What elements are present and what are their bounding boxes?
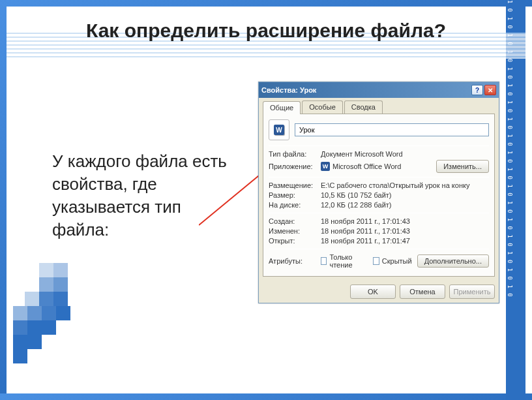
frame-pattern-right: 1 0 1 0 1 0 1 0 1 0 1 0 1 0 1 0 1 0 1 0 …	[506, 0, 525, 400]
dialog-title: Свойства: Урок	[261, 86, 316, 94]
change-app-button[interactable]: Изменить...	[436, 160, 489, 173]
value-app: Microsoft Office Word	[332, 162, 401, 170]
label-opened: Открыт:	[269, 237, 321, 245]
tab-strip: Общие Особые Сводка	[259, 98, 499, 114]
slide-title: Как определить расширение файла?	[0, 20, 532, 42]
apply-button[interactable]: Применить	[449, 285, 495, 299]
slide-body-text: У каждого файла есть свойства, где указы…	[52, 150, 241, 241]
value-modified: 18 ноября 2011 г., 17:01:43	[321, 227, 489, 235]
value-filetype: Документ Microsoft Word	[321, 150, 489, 158]
dialog-titlebar[interactable]: Свойства: Урок ? ✕	[259, 82, 499, 98]
dialog-button-row: OK Отмена Применить	[259, 281, 499, 303]
label-created: Создан:	[269, 217, 321, 225]
close-button[interactable]: ✕	[484, 85, 496, 95]
hidden-checkbox[interactable]	[373, 257, 379, 265]
readonly-label: Только чтение	[329, 253, 364, 269]
value-opened: 18 ноября 2011 г., 17:01:47	[321, 237, 489, 245]
label-location: Размещение:	[269, 181, 321, 189]
corner-squares-decoration	[13, 230, 111, 374]
hidden-label: Скрытый	[382, 257, 412, 265]
word-app-icon: W	[321, 162, 330, 171]
label-attributes: Атрибуты:	[269, 257, 321, 265]
label-filetype: Тип файла:	[269, 150, 321, 158]
properties-dialog: Свойства: Урок ? ✕ Общие Особые Сводка W…	[258, 82, 499, 303]
value-location: E:\С рабочего стола\Открытый урок на кон…	[321, 181, 489, 189]
value-size: 10,5 КБ (10 752 байт)	[321, 191, 489, 199]
frame-border-left	[0, 0, 7, 400]
tab-body-general: W Тип файла: Документ Microsoft Word При…	[263, 114, 495, 277]
label-app: Приложение:	[269, 162, 321, 170]
tab-summary[interactable]: Сводка	[344, 100, 383, 114]
label-modified: Изменен:	[269, 227, 321, 235]
tab-general[interactable]: Общие	[263, 101, 301, 114]
frame-border-bottom	[0, 393, 532, 400]
word-file-icon: W	[269, 119, 289, 140]
frame-border-top	[0, 0, 532, 7]
filename-input[interactable]	[295, 123, 489, 136]
label-size: Размер:	[269, 191, 321, 199]
value-created: 18 ноября 2011 г., 17:01:43	[321, 217, 489, 225]
label-ondisk: На диске:	[269, 201, 321, 209]
advanced-button[interactable]: Дополнительно...	[417, 254, 489, 268]
cancel-button[interactable]: Отмена	[400, 285, 445, 299]
tab-special[interactable]: Особые	[302, 100, 343, 114]
value-ondisk: 12,0 КБ (12 288 байт)	[321, 201, 489, 209]
readonly-checkbox[interactable]	[321, 257, 327, 265]
help-button[interactable]: ?	[471, 85, 483, 95]
ok-button[interactable]: OK	[350, 285, 396, 299]
